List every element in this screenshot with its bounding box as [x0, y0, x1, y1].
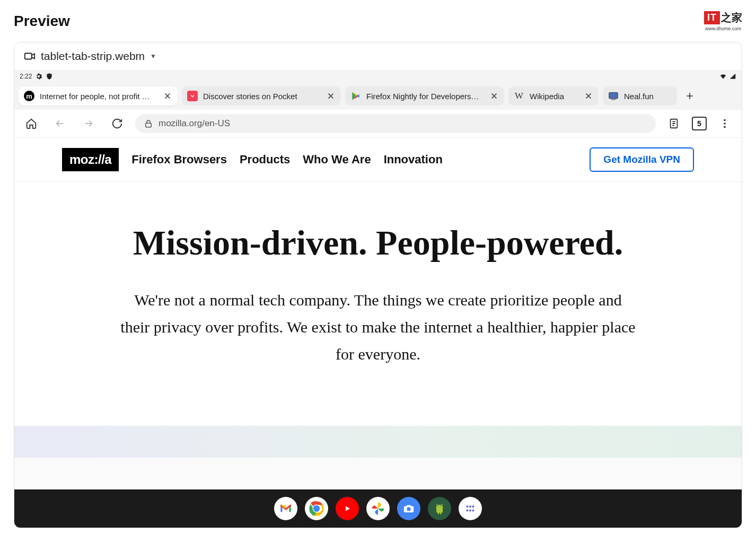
shelf-chrome[interactable]: [305, 497, 328, 520]
lock-icon: [144, 119, 153, 128]
tab-neal[interactable]: Neal.fun: [603, 86, 677, 106]
svg-point-13: [407, 507, 410, 511]
wifi-icon: [719, 73, 727, 80]
svg-point-11: [313, 506, 319, 512]
ithome-cn-icon: 之家: [721, 11, 742, 25]
tab-pocket[interactable]: Discover stories on Pocket: [182, 86, 341, 106]
back-button[interactable]: [49, 113, 71, 134]
nav-firefox-browsers[interactable]: Firefox Browsers: [131, 153, 227, 167]
gear-icon: [35, 73, 42, 80]
close-icon[interactable]: [326, 91, 336, 101]
ithome-it-icon: IT: [704, 11, 720, 24]
svg-point-17: [469, 506, 471, 508]
shelf-apps[interactable]: [459, 497, 482, 520]
new-tab-button[interactable]: [681, 87, 698, 104]
tab-count-button[interactable]: 5: [692, 117, 707, 130]
svg-point-6: [724, 122, 726, 125]
svg-point-21: [472, 510, 474, 512]
tab-nightly[interactable]: Firefox Nightly for Developers…: [345, 86, 504, 106]
preview-frame: tablet-tab-strip.webm ▼ 2:22: [14, 42, 742, 528]
nav-who-we-are[interactable]: Who We Are: [303, 153, 371, 167]
home-button[interactable]: [21, 113, 42, 134]
tab-label: Firefox Nightly for Developers…: [366, 92, 484, 101]
play-favicon-icon: [350, 91, 361, 101]
tab-mozilla[interactable]: m Internet for people, not profit …: [19, 86, 178, 106]
url-input[interactable]: [159, 118, 647, 129]
svg-point-16: [466, 506, 468, 508]
tab-label: Discover stories on Pocket: [203, 92, 321, 101]
svg-rect-2: [611, 99, 616, 100]
shelf-camera[interactable]: [397, 497, 420, 520]
signal-icon: [729, 73, 736, 80]
shelf-gmail[interactable]: [274, 497, 297, 520]
wikipedia-favicon-icon: W: [514, 91, 524, 101]
watermark-url: www.ithome.com: [705, 26, 741, 31]
tab-label: Wikipedia: [530, 92, 578, 101]
gradient-section: [14, 426, 742, 458]
svg-point-5: [724, 119, 726, 121]
filename[interactable]: tablet-tab-strip.webm: [41, 50, 145, 63]
svg-point-14: [437, 506, 438, 507]
shelf-android[interactable]: [428, 497, 451, 520]
tab-strip: m Internet for people, not profit … Disc…: [14, 82, 742, 110]
svg-rect-0: [25, 54, 32, 59]
svg-rect-1: [609, 92, 618, 99]
svg-point-18: [472, 506, 474, 508]
url-field[interactable]: [135, 114, 656, 133]
close-icon[interactable]: [489, 91, 499, 101]
status-time: 2:22: [20, 73, 32, 80]
svg-point-7: [724, 126, 726, 128]
hero-heading: Mission-driven. People-powered.: [57, 224, 699, 261]
nav-products[interactable]: Products: [240, 153, 290, 167]
tab-wikipedia[interactable]: W Wikipedia: [508, 86, 599, 106]
svg-rect-3: [146, 123, 152, 127]
forward-button[interactable]: [78, 113, 99, 134]
mozilla-logo[interactable]: moz://a: [62, 148, 119, 171]
svg-point-15: [441, 506, 442, 507]
menu-button[interactable]: [714, 113, 735, 134]
tab-label: Neal.fun: [624, 92, 672, 101]
video-icon: [24, 50, 36, 62]
shelf-photos[interactable]: [366, 497, 390, 520]
hero-body: We're not a normal tech company. The thi…: [118, 286, 638, 367]
preview-title: Preview: [14, 13, 70, 30]
app-shelf: [14, 489, 742, 528]
pocket-favicon-icon: [187, 91, 198, 101]
mozilla-favicon-icon: m: [24, 91, 34, 101]
spacer: [14, 458, 742, 489]
neal-favicon-icon: [608, 91, 619, 101]
svg-point-20: [469, 510, 471, 512]
tab-label: Internet for people, not profit …: [40, 92, 157, 101]
svg-point-19: [466, 510, 468, 512]
get-vpn-button[interactable]: Get Mozilla VPN: [590, 147, 694, 172]
reload-button[interactable]: [107, 113, 128, 134]
close-icon[interactable]: [163, 91, 172, 101]
nav-innovation[interactable]: Innovation: [384, 153, 443, 167]
shelf-youtube[interactable]: [336, 497, 359, 520]
shield-icon: [46, 73, 53, 80]
dropdown-caret-icon[interactable]: ▼: [150, 52, 156, 60]
watermark-logo: IT 之家 www.ithome.com: [704, 11, 742, 31]
reader-mode-button[interactable]: [663, 113, 684, 134]
close-icon[interactable]: [584, 91, 593, 101]
